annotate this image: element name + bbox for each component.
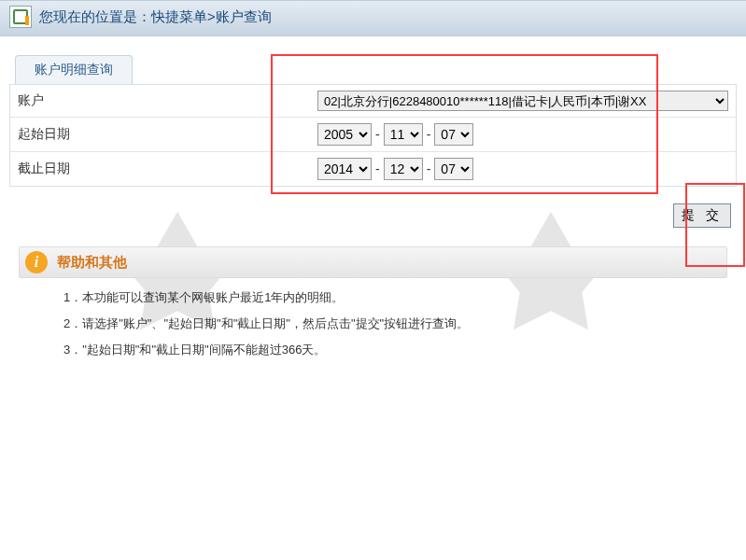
submit-button[interactable]: 提 交 xyxy=(673,203,731,228)
start-year-select[interactable]: 2005 xyxy=(317,123,372,146)
end-day-select[interactable]: 07 xyxy=(434,158,473,180)
breadcrumb-bar: 您现在的位置是：快捷菜单>账户查询 xyxy=(0,0,746,36)
help-item: 1．本功能可以查询某个网银账户最近1年内的明细。 xyxy=(63,289,727,306)
info-icon: i xyxy=(25,251,48,273)
help-item: 3．"起始日期"和"截止日期"间隔不能超过366天。 xyxy=(63,342,727,358)
help-item: 2．请选择"账户"、"起始日期"和"截止日期"，然后点击"提交"按钮进行查询。 xyxy=(63,315,727,332)
date-separator: - xyxy=(375,161,380,176)
start-day-select[interactable]: 07 xyxy=(434,123,473,146)
date-separator: - xyxy=(427,127,431,142)
date-separator: - xyxy=(375,127,380,142)
query-form: 账户 02|北京分行|6228480010******118|借记卡|人民币|本… xyxy=(9,84,737,187)
help-list: 1．本功能可以查询某个网银账户最近1年内的明细。 2．请选择"账户"、"起始日期… xyxy=(19,278,727,358)
end-month-select[interactable]: 12 xyxy=(384,158,423,180)
date-separator: - xyxy=(427,161,431,176)
help-header: i 帮助和其他 xyxy=(19,246,727,278)
page-icon xyxy=(9,6,32,28)
end-year-select[interactable]: 2014 xyxy=(317,158,372,180)
start-month-select[interactable]: 11 xyxy=(384,123,423,146)
breadcrumb: 您现在的位置是：快捷菜单>账户查询 xyxy=(39,8,272,26)
account-label: 账户 xyxy=(10,85,152,118)
tab-account-detail-query[interactable]: 账户明细查询 xyxy=(15,55,133,84)
start-date-label: 起始日期 xyxy=(10,118,152,152)
end-date-label: 截止日期 xyxy=(10,152,152,187)
account-select[interactable]: 02|北京分行|6228480010******118|借记卡|人民币|本币|谢… xyxy=(317,91,728,111)
help-title: 帮助和其他 xyxy=(57,254,127,272)
